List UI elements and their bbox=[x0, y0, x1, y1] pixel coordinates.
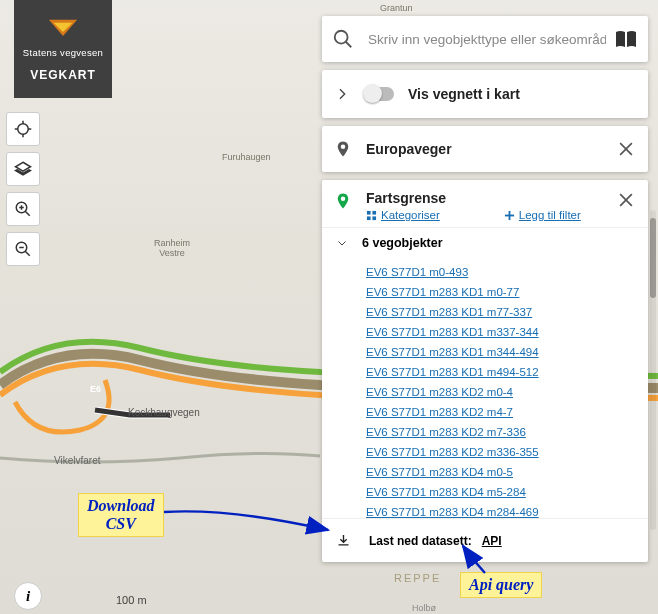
svg-rect-21 bbox=[372, 216, 376, 220]
add-filter-label: Legg til filter bbox=[519, 209, 581, 221]
object-list[interactable]: EV6 S77D1 m0-493EV6 S77D1 m283 KD1 m0-77… bbox=[322, 258, 648, 518]
locate-button[interactable] bbox=[6, 112, 40, 146]
object-list-item[interactable]: EV6 S77D1 m283 KD4 m0-5 bbox=[366, 462, 634, 482]
vegnett-toggle[interactable] bbox=[364, 87, 394, 101]
chevron-down-icon bbox=[336, 237, 348, 249]
download-label: Last ned datasett: bbox=[369, 534, 472, 548]
vegnett-label: Vis vegnett i kart bbox=[408, 86, 520, 102]
map-tools bbox=[6, 112, 40, 266]
search-bar bbox=[322, 16, 648, 62]
catalog-icon[interactable] bbox=[614, 29, 638, 49]
panel-scrollbar[interactable] bbox=[650, 210, 656, 530]
svg-line-6 bbox=[25, 211, 30, 216]
object-list-item[interactable]: EV6 S77D1 m0-493 bbox=[366, 262, 634, 282]
object-list-item[interactable]: EV6 S77D1 m283 KD4 m284-469 bbox=[366, 502, 634, 518]
object-list-item[interactable]: EV6 S77D1 m283 KD1 m0-77 bbox=[366, 282, 634, 302]
svg-rect-20 bbox=[367, 216, 371, 220]
object-list-item[interactable]: EV6 S77D1 m283 KD1 m77-337 bbox=[366, 302, 634, 322]
object-card: Fartsgrense Kategoriser Legg til filter … bbox=[322, 180, 648, 562]
categorise-label: Kategoriser bbox=[381, 209, 440, 221]
close-icon[interactable] bbox=[616, 190, 636, 210]
side-panel: Vis vegnett i kart Europaveger Fartsgren… bbox=[322, 16, 648, 562]
zoom-in-button[interactable] bbox=[6, 192, 40, 226]
object-title: Fartsgrense bbox=[366, 190, 616, 206]
categorise-link[interactable]: Kategoriser bbox=[366, 209, 440, 221]
svg-point-12 bbox=[335, 31, 348, 44]
brand-logo-icon bbox=[46, 17, 80, 41]
add-filter-link[interactable]: Legg til filter bbox=[504, 209, 581, 221]
object-list-item[interactable]: EV6 S77D1 m283 KD2 m4-7 bbox=[366, 402, 634, 422]
object-count-row[interactable]: 6 vegobjekter bbox=[322, 227, 648, 258]
area-row: Europaveger bbox=[322, 126, 648, 172]
object-list-item[interactable]: EV6 S77D1 m283 KD2 m7-336 bbox=[366, 422, 634, 442]
object-list-item[interactable]: EV6 S77D1 m283 KD2 m336-355 bbox=[366, 442, 634, 462]
info-button[interactable]: i bbox=[14, 582, 42, 610]
object-list-item[interactable]: EV6 S77D1 m283 KD2 m0-4 bbox=[366, 382, 634, 402]
layers-button[interactable] bbox=[6, 152, 40, 186]
svg-rect-19 bbox=[372, 210, 376, 214]
brand-name: Statens vegvesen bbox=[23, 47, 103, 58]
vegnett-toggle-row[interactable]: Vis vegnett i kart bbox=[322, 70, 648, 118]
area-label: Europaveger bbox=[366, 141, 452, 157]
close-icon[interactable] bbox=[616, 139, 636, 159]
location-pin-icon bbox=[334, 192, 352, 210]
annotation-csv: Download CSV bbox=[78, 493, 164, 537]
app-header: Statens vegvesen VEGKART bbox=[14, 0, 112, 98]
svg-point-14 bbox=[341, 145, 346, 150]
scrollbar-thumb[interactable] bbox=[650, 218, 656, 298]
object-list-item[interactable]: EV6 S77D1 m283 KD4 m5-284 bbox=[366, 482, 634, 502]
svg-point-17 bbox=[341, 197, 346, 202]
object-count: 6 vegobjekter bbox=[362, 236, 443, 250]
svg-line-10 bbox=[25, 251, 30, 256]
search-input[interactable] bbox=[368, 32, 606, 47]
location-pin-icon bbox=[334, 140, 352, 158]
object-list-item[interactable]: EV6 S77D1 m283 KD1 m494-512 bbox=[366, 362, 634, 382]
zoom-out-button[interactable] bbox=[6, 232, 40, 266]
app-name: VEGKART bbox=[30, 68, 96, 82]
svg-line-13 bbox=[346, 42, 352, 48]
download-row: Last ned datasett: API bbox=[322, 518, 648, 562]
scale-label: 100 m bbox=[116, 594, 147, 606]
search-icon bbox=[332, 28, 354, 50]
download-icon[interactable] bbox=[336, 533, 351, 548]
api-link[interactable]: API bbox=[482, 534, 502, 548]
object-list-item[interactable]: EV6 S77D1 m283 KD1 m337-344 bbox=[366, 322, 634, 342]
svg-point-0 bbox=[18, 124, 29, 135]
object-list-item[interactable]: EV6 S77D1 m283 KD1 m344-494 bbox=[366, 342, 634, 362]
annotation-api: Api query bbox=[460, 572, 542, 598]
svg-rect-18 bbox=[367, 210, 371, 214]
chevron-right-icon bbox=[334, 86, 350, 102]
